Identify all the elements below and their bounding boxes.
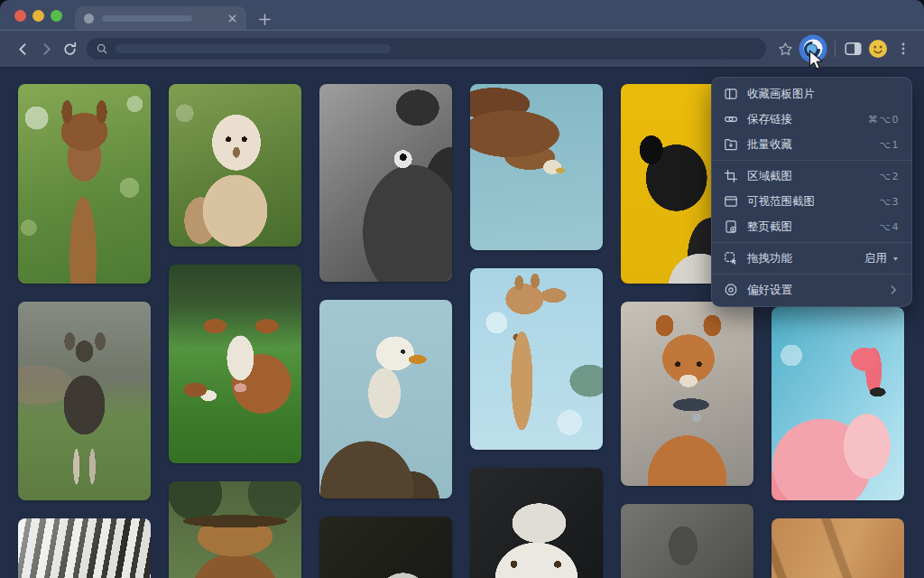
menu-item-visible-area-screenshot[interactable]: 可视范围截图⌥3 <box>712 189 911 214</box>
minimize-button[interactable] <box>32 10 44 22</box>
menu-divider <box>712 242 911 243</box>
reload-button[interactable] <box>58 37 81 61</box>
menu-item-label: 收藏画板图片 <box>747 87 815 102</box>
back-button[interactable] <box>11 37 34 61</box>
browser-tab[interactable] <box>75 6 246 30</box>
eagle-extension-icon <box>799 34 827 63</box>
image-card-horned-owl[interactable] <box>319 84 452 282</box>
sidebar-panel-button[interactable] <box>841 37 864 61</box>
menu-item-area-screenshot[interactable]: 区域截图⌥2 <box>712 163 911 189</box>
image-card-giraffe[interactable] <box>470 268 603 450</box>
window-controls <box>14 10 62 22</box>
board-icon <box>724 87 738 101</box>
menu-divider <box>712 160 911 161</box>
menu-item-label: 整页截图 <box>747 219 792 235</box>
menu-item-preferences[interactable]: 偏好设置 <box>712 277 911 303</box>
search-icon <box>96 42 108 55</box>
menu-item-label: 保存链接 <box>747 112 792 127</box>
tab-strip <box>0 0 924 31</box>
image-card-flamingo[interactable] <box>772 307 904 500</box>
caret-down-icon <box>892 255 900 263</box>
link-icon <box>724 112 738 126</box>
menu-item-shortcut: ⌥2 <box>879 171 900 182</box>
menu-item-shortcut: ⌥4 <box>879 221 900 233</box>
grid-column <box>319 84 452 578</box>
url-placeholder <box>116 44 391 53</box>
menu-item-full-page-screenshot[interactable]: 整页截图⌥4 <box>712 214 911 239</box>
extension-menu: 收藏画板图片保存链接⌘⌥0批量收藏⌥1区域截图⌥2可视范围截图⌥3整页截图⌥4拖… <box>711 77 912 307</box>
browser-window: 收藏画板图片保存链接⌘⌥0批量收藏⌥1区域截图⌥2可视范围截图⌥3整页截图⌥4拖… <box>0 0 924 578</box>
menu-item-value-text: 启用 <box>864 251 887 266</box>
more-vertical-button[interactable] <box>892 37 915 61</box>
menu-item-collect-board-images[interactable]: 收藏画板图片 <box>712 81 911 107</box>
settings-icon <box>724 283 738 297</box>
window-icon <box>724 194 738 209</box>
folder-add-icon <box>724 137 738 152</box>
image-card-white-eagle[interactable] <box>470 468 603 578</box>
toolbar-divider <box>835 41 836 57</box>
menu-item-value[interactable]: 启用 <box>864 251 900 266</box>
menu-item-label: 拖拽功能 <box>747 251 792 266</box>
profile-avatar-icon[interactable] <box>868 39 888 59</box>
image-card-tabby-cat[interactable] <box>621 302 753 486</box>
drag-icon <box>724 251 738 266</box>
page-icon <box>724 219 738 234</box>
maximize-button[interactable] <box>51 10 62 22</box>
image-card-cow[interactable] <box>169 265 301 463</box>
image-card-bald-eagle[interactable] <box>319 300 452 499</box>
chevron-right-icon <box>887 284 900 296</box>
eagle-extension-button[interactable] <box>799 34 827 63</box>
menu-item-label: 可视范围截图 <box>747 194 815 210</box>
menu-divider <box>712 274 911 275</box>
menu-item-batch-collect[interactable]: 批量收藏⌥1 <box>712 132 911 157</box>
menu-item-label: 区域截图 <box>747 169 792 184</box>
menu-item-shortcut: ⌥1 <box>879 139 900 151</box>
image-card-highland-cow[interactable] <box>169 481 301 578</box>
menu-item-label: 批量收藏 <box>747 137 792 153</box>
grid-column <box>18 84 151 578</box>
tab-title-placeholder <box>102 15 192 22</box>
menu-item-drag-feature[interactable]: 拖拽功能启用 <box>712 246 911 271</box>
image-card-alpaca[interactable] <box>18 84 151 284</box>
image-card-gray-cat[interactable] <box>621 504 753 578</box>
browser-toolbar <box>0 31 924 68</box>
tab-favicon <box>84 14 94 23</box>
image-card-barn-owl[interactable] <box>169 84 301 247</box>
menu-item-shortcut: ⌘⌥0 <box>868 114 900 126</box>
bookmark-star-button[interactable] <box>773 37 797 61</box>
menu-item-save-link[interactable]: 保存链接⌘⌥0 <box>712 107 911 132</box>
image-card-meerkat[interactable] <box>772 518 904 578</box>
menu-item-label: 偏好设置 <box>747 283 792 298</box>
forward-button[interactable] <box>34 37 58 61</box>
new-tab-button[interactable] <box>258 13 272 26</box>
menu-item-shortcut: ⌥3 <box>879 196 900 208</box>
close-button[interactable] <box>14 10 26 22</box>
image-card-eagle-head[interactable] <box>319 517 452 578</box>
image-card-zebra[interactable] <box>18 518 151 578</box>
grid-column <box>169 84 301 578</box>
grid-column <box>470 84 603 578</box>
image-card-hawk[interactable] <box>470 84 603 250</box>
address-bar[interactable] <box>87 38 766 60</box>
image-card-goat[interactable] <box>18 302 151 500</box>
crop-icon <box>724 169 738 183</box>
tab-close-icon[interactable] <box>226 13 238 24</box>
